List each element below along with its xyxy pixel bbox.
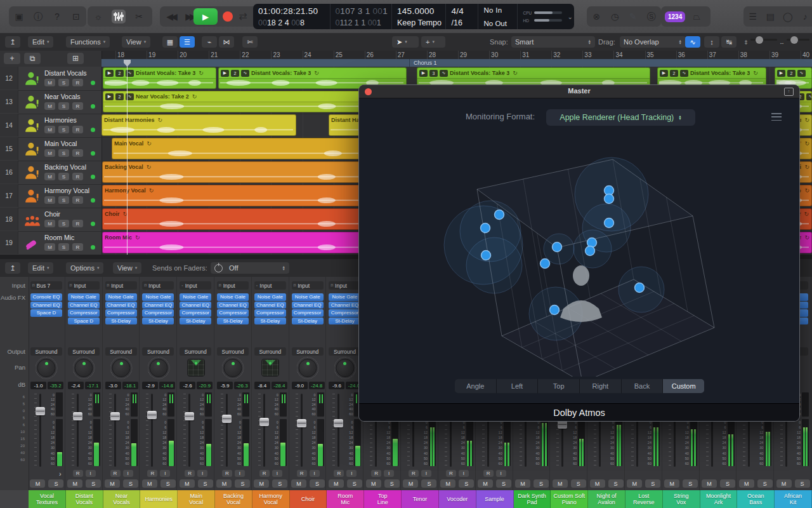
audio-fx-slot[interactable]: Space D — [30, 309, 62, 317]
record-enable-button[interactable]: R — [72, 149, 83, 157]
solo-button[interactable]: S — [720, 479, 735, 488]
solo-button[interactable]: S — [683, 479, 698, 488]
audio-fx-slot[interactable]: Compressor — [292, 309, 324, 317]
peak-level-value[interactable]: -20.9 — [197, 382, 213, 389]
audio-fx-slot[interactable]: Noise Gate — [292, 293, 324, 301]
peak-level-value[interactable]: -24.8 — [309, 382, 325, 389]
edit-menu[interactable]: Edit▾ — [28, 36, 53, 48]
record-enable-button[interactable]: R — [72, 196, 83, 204]
list-editors-icon[interactable]: ☰ — [747, 10, 759, 23]
channel-name-label[interactable]: OceanBass — [737, 490, 775, 508]
pan-knob[interactable] — [299, 359, 317, 377]
open-in-window-icon[interactable]: ↑ — [784, 88, 794, 96]
channel-name-label[interactable]: MoonlightArk — [700, 490, 738, 508]
track-on-indicator[interactable] — [91, 151, 95, 156]
volume-value[interactable]: -2.6 — [180, 382, 195, 389]
surround-panner[interactable] — [187, 359, 205, 377]
vertical-zoom-icon[interactable]: ↕ — [704, 36, 719, 48]
input-monitor-button[interactable]: I — [459, 470, 469, 477]
output-slot[interactable]: Surround — [217, 347, 249, 356]
audio-object-dot[interactable] — [495, 210, 504, 220]
region-play-icon[interactable]: ▶ — [777, 70, 785, 77]
channel-name-label[interactable]: AfricanKit — [775, 490, 812, 508]
crossfade-icon[interactable]: ⋈ — [219, 36, 234, 48]
volume-fader[interactable] — [183, 392, 195, 468]
volume-value[interactable]: -8.4 — [254, 382, 270, 389]
record-enable-button[interactable]: R — [72, 79, 83, 86]
audio-object-dot[interactable] — [550, 305, 560, 315]
lcd-display[interactable]: 01:00:28:21.500018 2 4 008 0107 3 1 0010… — [253, 4, 574, 29]
mixer-icon[interactable] — [112, 10, 126, 23]
channel-name-label[interactable]: StringVox — [663, 490, 700, 508]
channel-strip[interactable]: ⌑InputNoise GateChannel EQCompressorSpac… — [66, 277, 103, 490]
track-on-indicator[interactable] — [91, 222, 95, 226]
automation-icon[interactable]: ⌁ — [202, 36, 217, 48]
drag-dropdown[interactable]: No Overlap▲▼ — [620, 36, 686, 48]
mixer-view-menu[interactable]: View▾ — [113, 262, 141, 274]
audio-fx-slot[interactable]: Channel EQ — [292, 302, 324, 309]
audio-fx-slot[interactable]: St-Delay — [217, 318, 249, 325]
note-pads-icon[interactable]: ▤ — [765, 10, 776, 23]
mute-button[interactable]: M — [105, 479, 120, 488]
quick-help-icon[interactable]: ? — [51, 10, 63, 23]
peak-level-value[interactable]: -14.8 — [159, 382, 175, 389]
solo-button[interactable]: S — [496, 479, 511, 488]
solo-button[interactable]: S — [58, 196, 69, 204]
play-button[interactable]: ▶ — [193, 8, 218, 25]
region-play-icon[interactable]: ▶ — [419, 70, 428, 77]
library-icon[interactable]: ▣ — [13, 10, 25, 23]
hamburger-menu-icon[interactable] — [771, 113, 782, 121]
power-icon[interactable] — [214, 264, 223, 272]
audio-fx-slot[interactable]: Noise Gate — [254, 293, 286, 301]
solo-button[interactable]: S — [608, 479, 624, 488]
solo-button[interactable]: S — [86, 479, 101, 488]
solo-button[interactable]: S — [310, 479, 325, 488]
audio-fx-slot[interactable]: St-Delay — [105, 318, 137, 325]
count-in-badge[interactable]: 1234 — [665, 11, 685, 22]
input-monitor-button[interactable]: I — [235, 470, 245, 477]
channel-name-label[interactable]: LostReverse — [625, 490, 663, 508]
channel-strip[interactable]: ⌑InputNoise GateChannel EQCompressorSt-D… — [140, 277, 177, 490]
take-count-chip[interactable]: 2 — [115, 93, 124, 100]
audio-fx-slot[interactable]: Noise Gate — [329, 293, 360, 301]
record-enable-button[interactable]: R — [297, 470, 307, 477]
waveform-zoom-icon[interactable]: ∿ — [685, 36, 700, 48]
channel-name-label[interactable]: Dark SynthPad — [514, 490, 551, 508]
mixer-edit-menu[interactable]: Edit▾ — [28, 262, 53, 274]
channel-name-label[interactable]: DistantVocals — [66, 490, 103, 508]
output-slot[interactable]: Surround — [329, 347, 360, 356]
record-enable-button[interactable]: R — [334, 470, 344, 477]
region-play-icon[interactable]: ▶ — [221, 70, 229, 77]
solo-button[interactable]: S — [571, 479, 586, 488]
editors-icon[interactable]: ✂ — [132, 10, 146, 23]
audio-fx-slot[interactable]: Channel EQ — [68, 302, 100, 309]
audio-object-dot[interactable] — [481, 251, 491, 260]
input-monitor-button[interactable]: I — [272, 470, 282, 477]
volume-value[interactable]: -2.4 — [68, 382, 84, 389]
track-header[interactable]: 14HarmoniesMSR — [0, 114, 102, 138]
audio-fx-slot[interactable]: Noise Gate — [217, 293, 249, 301]
plugin-title-bar[interactable]: Master ↑ — [359, 85, 799, 98]
output-slot[interactable]: Surround — [142, 347, 174, 356]
view-button-back[interactable]: Back — [622, 379, 664, 393]
region[interactable]: Distant Harmonies↻ — [102, 114, 296, 136]
record-enable-button[interactable]: R — [409, 470, 419, 477]
mute-button[interactable]: M — [329, 479, 344, 488]
input-monitor-button[interactable]: I — [496, 470, 506, 477]
take-count-chip[interactable]: 3 — [429, 70, 438, 77]
audio-fx-slot[interactable]: St-Delay — [329, 318, 360, 325]
playhead[interactable] — [127, 60, 128, 255]
solo-button[interactable]: S — [58, 126, 69, 133]
audio-object-dot[interactable] — [586, 246, 595, 256]
audio-fx-slot[interactable]: Noise Gate — [68, 293, 100, 301]
channel-name-label[interactable]: Custom SoftPiano — [551, 490, 588, 508]
atmos-3d-room[interactable] — [359, 126, 799, 377]
solo-button[interactable]: S — [235, 479, 250, 488]
pan-knob[interactable] — [112, 359, 131, 377]
volume-value[interactable]: -2.9 — [142, 382, 158, 389]
solo-button[interactable]: S — [384, 479, 400, 488]
fader-cap[interactable] — [110, 412, 120, 420]
track-on-indicator[interactable] — [91, 128, 95, 132]
audio-fx-slot[interactable]: Noise Gate — [105, 293, 137, 301]
volume-fader[interactable] — [296, 392, 307, 468]
